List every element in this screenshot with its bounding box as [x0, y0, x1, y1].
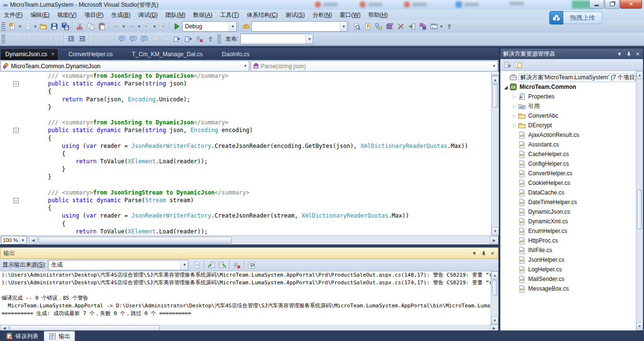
types-combo[interactable]: MicroTeam.Common.DynamicJson ▼: [0, 61, 249, 72]
tree-item-dynamicjson-cs[interactable]: c#DynamicJson.cs: [500, 207, 643, 217]
code-editor[interactable]: /// <summary>from JsonSring to DynamicJs…: [0, 72, 491, 235]
menu-m[interactable]: 团队(M): [161, 10, 189, 20]
paste-icon[interactable]: [96, 21, 107, 32]
toolbar-grip-handle[interactable]: [217, 35, 221, 43]
close-tab-icon[interactable]: ×: [51, 52, 54, 57]
zoom-combo[interactable]: 100 % ▼: [1, 236, 27, 244]
close-button[interactable]: ✕: [620, 0, 642, 9]
cut-icon[interactable]: [74, 21, 85, 32]
scroll-down-arrow[interactable]: ▼: [636, 322, 643, 330]
pin-icon[interactable]: [480, 249, 487, 257]
members-combo[interactable]: Parse(string json) ▼: [250, 61, 498, 72]
solution-explorer-header[interactable]: 解决方案资源管理器 ▼ ✕: [500, 49, 643, 59]
tree-item-datacache-cs[interactable]: c#DataCache.cs: [500, 188, 643, 197]
tree-vertical-scrollbar[interactable]: ▲ ▼: [636, 71, 643, 330]
tab-daoinfo-cs[interactable]: DaoInfo.cs: [212, 49, 259, 60]
scroll-left-arrow[interactable]: ◀: [29, 236, 37, 244]
minimize-button[interactable]: [589, 0, 604, 9]
toolbar-overflow-icon[interactable]: [205, 34, 216, 44]
scroll-down-arrow[interactable]: ▼: [491, 317, 498, 325]
command-window-icon[interactable]: [428, 21, 439, 32]
window-position-icon[interactable]: ▼: [616, 50, 623, 58]
toolbar-grip-handle[interactable]: [1, 35, 5, 43]
tree-item-httpproc-cs[interactable]: c#HttpProc.cs: [500, 236, 643, 245]
tree-item-converthelper-cs[interactable]: c#ConvertHelper.cs: [500, 169, 643, 178]
tab-converthelper-cs[interactable]: ConvertHelper.cs: [59, 49, 122, 60]
tree-item-dencrypt[interactable]: ▷DEncrypt: [500, 121, 643, 130]
tree-item-dynamicxml-cs[interactable]: c#DynamicXml.cs: [500, 217, 643, 226]
scroll-down-arrow[interactable]: ▼: [492, 227, 499, 235]
fold-collapse-icon[interactable]: −: [13, 81, 19, 86]
previous-bookmark-icon[interactable]: [172, 34, 183, 44]
tree-item-mailsender-cs[interactable]: c#MailSender.cs: [500, 274, 643, 284]
close-icon[interactable]: ✕: [634, 50, 642, 58]
scroll-up-arrow[interactable]: ▲: [636, 71, 643, 79]
open-file-icon[interactable]: [37, 21, 49, 32]
tree-item-[interactable]: ▷引用: [500, 101, 643, 111]
drag-upload-badge[interactable]: 拖拽上传: [549, 12, 602, 24]
bottom-tab-[interactable]: 错误列表: [1, 331, 43, 341]
tree-item-inifile-cs[interactable]: c#INIFile.cs: [500, 245, 643, 255]
show-all-files-icon[interactable]: [513, 60, 524, 70]
tree-item-loghelper-cs[interactable]: c#LogHelper.cs: [500, 265, 643, 274]
close-icon[interactable]: ✕: [489, 249, 496, 257]
menu-c[interactable]: 体系结构(C): [243, 10, 282, 20]
tree-item-properties[interactable]: ▷Properties: [500, 92, 643, 101]
extension-manager-icon[interactable]: [384, 21, 395, 32]
editor-split-handle[interactable]: [492, 72, 499, 76]
expander-closed-icon[interactable]: ▷: [511, 113, 518, 118]
toolbar-grip-handle[interactable]: [1, 22, 5, 31]
tree-item-enumhelper-cs[interactable]: c#EnumHelper.cs: [500, 226, 643, 236]
tree-item-ajaxactionresult-cs[interactable]: c#AjaxActionResult.cs: [500, 130, 643, 140]
chevron-down-icon[interactable]: ▼: [18, 21, 22, 32]
tree-item-convertabc[interactable]: ▷ConvertAbc: [500, 111, 643, 121]
pin-icon[interactable]: [625, 50, 632, 58]
menu-v[interactable]: 视图(V): [53, 10, 80, 20]
menu-h[interactable]: 帮助(H): [364, 10, 392, 20]
expander-closed-icon[interactable]: ▷: [511, 94, 518, 99]
new-project-icon[interactable]: [7, 21, 18, 32]
tools-icon[interactable]: [395, 21, 406, 32]
save-icon[interactable]: [49, 21, 60, 32]
save-all-icon[interactable]: [60, 21, 71, 32]
object-browser-icon[interactable]: [373, 21, 384, 32]
properties-window-icon[interactable]: [362, 21, 373, 32]
find-in-files-icon[interactable]: [351, 21, 362, 32]
tree-item-microteam-lumasystem-7[interactable]: 解决方案'MicroTeam.LumaSystem' (7 个项目): [500, 73, 643, 82]
tree-item-confighelper-cs[interactable]: c#ConfigHelper.cs: [500, 159, 643, 169]
tab-dynamicjson-cs[interactable]: DynamicJson.cs×: [0, 48, 59, 60]
output-source-combo[interactable]: 生成 ▼: [48, 260, 188, 270]
comment-selection-icon[interactable]: [116, 34, 127, 44]
expander-closed-icon[interactable]: ▷: [511, 104, 518, 109]
editor-horizontal-scrollbar[interactable]: ◀ ▶: [29, 236, 498, 244]
scroll-thumb[interactable]: [38, 237, 232, 244]
scroll-thumb[interactable]: [493, 85, 498, 108]
output-text-area[interactable]: ):\Users\Administrator\Desktop\汽车4S店综合管理…: [0, 271, 498, 325]
comment-block-icon[interactable]: [138, 34, 149, 44]
decrease-indent-icon[interactable]: [65, 34, 76, 44]
menu-n[interactable]: 分析(N): [309, 10, 336, 20]
tree-item-messagebox-cs[interactable]: c#MessageBox.cs: [500, 284, 643, 293]
fold-collapse-icon[interactable]: −: [13, 128, 19, 133]
scroll-thumb[interactable]: [637, 190, 642, 229]
tree-item-jsonhelper-cs[interactable]: c#JsonHelper.cs: [500, 255, 643, 265]
scroll-up-arrow[interactable]: ▲: [492, 76, 499, 84]
menu-t[interactable]: 工具(T): [216, 10, 243, 20]
scroll-right-arrow[interactable]: ▶: [490, 236, 498, 244]
chevron-down-icon[interactable]: ▼: [439, 21, 444, 32]
tree-item-microteam-common[interactable]: ◢C#MicroTeam.Common: [500, 82, 643, 92]
increase-indent-icon[interactable]: [76, 34, 87, 44]
uncomment-selection-icon[interactable]: [127, 34, 138, 44]
menu-w[interactable]: 窗口(W): [336, 10, 364, 20]
scroll-up-arrow[interactable]: ▲: [491, 271, 498, 280]
previous-message-icon[interactable]: [206, 260, 217, 270]
menu-e[interactable]: 编辑(E): [26, 10, 53, 20]
scroll-thumb[interactable]: [492, 280, 497, 295]
tab-t-cm-km-manage-dal-cs[interactable]: T_Cm_KM_Manage_Dal.cs: [122, 49, 212, 60]
toolbar-overflow-icon[interactable]: [444, 21, 455, 32]
window-position-icon[interactable]: ▼: [471, 249, 478, 257]
start-debugging-icon[interactable]: [171, 21, 182, 32]
output-panel-header[interactable]: 输出 ▼ ✕: [0, 247, 498, 259]
menu-f[interactable]: 文件(F): [0, 10, 26, 20]
tree-item-cachehelper-cs[interactable]: c#CacheHelper.cs: [500, 149, 643, 159]
